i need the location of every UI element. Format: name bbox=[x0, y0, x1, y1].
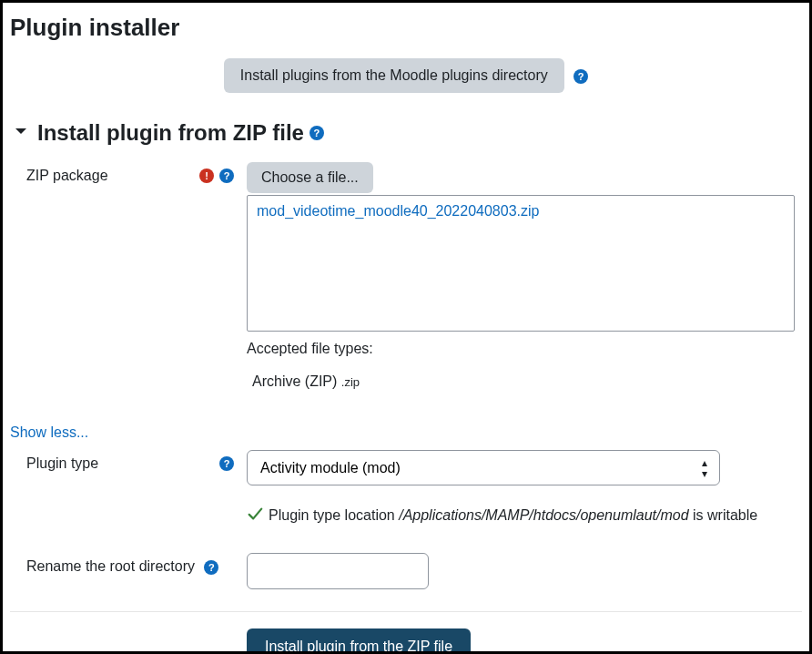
top-button-row: Install plugins from the Moodle plugins … bbox=[10, 58, 802, 93]
zip-package-label: ZIP package bbox=[26, 168, 108, 184]
writable-status: Plugin type location /Applications/MAMP/… bbox=[247, 506, 795, 526]
uploaded-file-name: mod_videotime_moodle40_2022040803.zip bbox=[257, 203, 539, 219]
show-less-link[interactable]: Show less... bbox=[10, 424, 88, 441]
plugin-type-select[interactable]: Activity module (mod) bbox=[247, 450, 720, 485]
rename-dir-row: Rename the root directory ? bbox=[10, 553, 802, 589]
help-icon[interactable]: ? bbox=[219, 169, 234, 183]
help-icon[interactable]: ? bbox=[219, 456, 234, 471]
form-label: Plugin type ? bbox=[10, 450, 247, 472]
help-icon[interactable]: ? bbox=[204, 560, 218, 575]
zip-package-row: ZIP package ! ? Choose a file... mod_vid… bbox=[10, 162, 802, 390]
choose-file-button[interactable]: Choose a file... bbox=[247, 162, 373, 193]
install-plugin-button[interactable]: Install plugin from the ZIP file bbox=[247, 628, 471, 654]
help-icon[interactable]: ? bbox=[310, 126, 324, 140]
rename-dir-label: Rename the root directory bbox=[26, 558, 195, 574]
submit-row: Install plugin from the ZIP file bbox=[10, 611, 802, 654]
plugin-type-row: Plugin type ? Activity module (mod) ▴▾ P… bbox=[10, 450, 802, 546]
file-drop-area[interactable]: mod_videotime_moodle40_2022040803.zip bbox=[247, 195, 795, 332]
accepted-types-label: Accepted file types: bbox=[247, 341, 795, 357]
form-label: ZIP package ! ? bbox=[10, 162, 247, 184]
form-label: Rename the root directory ? bbox=[10, 553, 247, 575]
section-toggle[interactable]: Install plugin from ZIP file ? bbox=[10, 120, 802, 146]
page-title: Plugin installer bbox=[10, 14, 802, 42]
plugin-type-label: Plugin type bbox=[26, 455, 98, 472]
install-from-directory-button[interactable]: Install plugins from the Moodle plugins … bbox=[224, 58, 564, 93]
help-icon[interactable]: ? bbox=[573, 69, 588, 84]
accepted-types-detail: Archive (ZIP) .zip bbox=[252, 373, 795, 390]
check-icon bbox=[247, 506, 263, 526]
required-icon: ! bbox=[199, 169, 214, 183]
section-title: Install plugin from ZIP file bbox=[37, 120, 304, 146]
rename-dir-input[interactable] bbox=[247, 553, 429, 589]
chevron-down-icon bbox=[14, 124, 28, 142]
